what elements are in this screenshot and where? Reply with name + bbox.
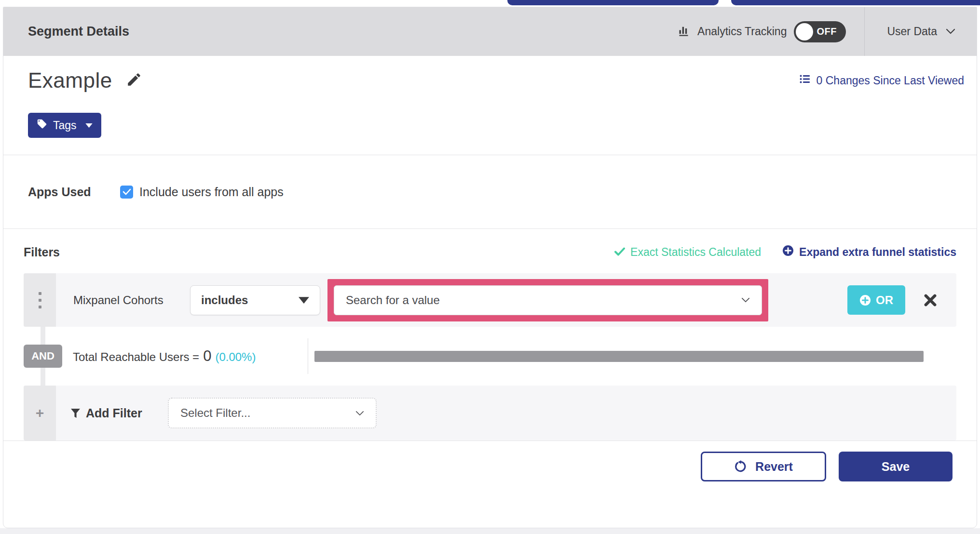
apps-used-section: Apps Used Include users from all apps bbox=[3, 155, 977, 228]
revert-button[interactable]: Revert bbox=[701, 452, 826, 481]
remove-filter-icon[interactable] bbox=[923, 293, 938, 308]
analytics-tracking-toggle[interactable]: OFF bbox=[794, 21, 846, 42]
drag-dot bbox=[39, 292, 41, 295]
changes-link-label: 0 Changes Since Last Viewed bbox=[817, 74, 964, 87]
segment-details-page: Segment Details Analytics Tracking OFF U… bbox=[0, 0, 980, 534]
page-title: Segment Details bbox=[28, 24, 129, 39]
filter-operator-select[interactable]: includes bbox=[190, 285, 320, 315]
circle-plus-icon bbox=[859, 294, 871, 306]
caret-down-icon bbox=[299, 297, 309, 304]
filters-status-links: Exact Statistics Calculated Expand extra… bbox=[614, 245, 956, 259]
and-conjunction-row: AND Total Reachable Users = 0 (0.00%) bbox=[24, 327, 956, 386]
vertical-divider bbox=[308, 338, 308, 374]
add-or-condition-button[interactable]: OR bbox=[847, 285, 905, 315]
expand-funnel-statistics-link[interactable]: Expand extra funnel statistics bbox=[782, 245, 956, 259]
expand-funnel-statistics-label: Expand extra funnel statistics bbox=[799, 246, 956, 259]
check-icon bbox=[614, 246, 625, 259]
reachable-users-text: Total Reachable Users = 0 (0.00%) bbox=[73, 347, 308, 365]
chevron-down-icon bbox=[741, 297, 750, 303]
save-button[interactable]: Save bbox=[839, 452, 953, 481]
edit-pencil-icon[interactable] bbox=[126, 71, 142, 90]
filter-field-name: Mixpanel Cohorts bbox=[73, 294, 190, 307]
analytics-tracking-control: Analytics Tracking OFF bbox=[677, 21, 864, 42]
apps-used-label: Apps Used bbox=[28, 185, 120, 199]
include-all-apps-label: Include users from all apps bbox=[139, 185, 284, 199]
top-button-fragment-left[interactable] bbox=[507, 0, 719, 5]
filters-heading: Filters bbox=[24, 245, 60, 259]
user-data-label: User Data bbox=[887, 25, 937, 38]
user-data-dropdown[interactable]: User Data bbox=[865, 25, 977, 38]
tag-icon bbox=[37, 119, 47, 132]
tags-button[interactable]: Tags bbox=[28, 113, 101, 138]
header-controls: Analytics Tracking OFF User Data bbox=[677, 7, 977, 56]
segment-name: Example bbox=[28, 68, 112, 93]
panel-header: Segment Details Analytics Tracking OFF U… bbox=[3, 7, 977, 56]
toggle-state-label: OFF bbox=[817, 26, 837, 37]
reachable-users-value: 0 bbox=[203, 347, 211, 365]
add-filter-label: Add Filter bbox=[86, 406, 142, 420]
add-filter-handle[interactable]: + bbox=[24, 386, 56, 441]
funnel-icon bbox=[70, 408, 81, 418]
exact-statistics-status: Exact Statistics Calculated bbox=[614, 246, 761, 259]
reachable-users-bar bbox=[314, 351, 924, 362]
plus-icon: + bbox=[36, 405, 44, 421]
caret-down-icon bbox=[85, 123, 93, 128]
filter-value-select[interactable]: Search for a value bbox=[334, 285, 762, 315]
filters-section: Filters Exact Statistics Calculated Expa… bbox=[3, 228, 977, 441]
chevron-down-icon bbox=[946, 27, 955, 36]
filter-row: Mixpanel Cohorts includes Search for a v… bbox=[24, 273, 956, 327]
select-filter-placeholder: Select Filter... bbox=[180, 406, 250, 420]
changes-since-last-viewed-link[interactable]: 0 Changes Since Last Viewed bbox=[799, 73, 964, 88]
reachable-users-row: Total Reachable Users = 0 (0.00%) bbox=[73, 327, 956, 386]
segment-details-panel: Segment Details Analytics Tracking OFF U… bbox=[3, 7, 977, 528]
filter-operator-value: includes bbox=[201, 294, 248, 307]
drag-handle[interactable] bbox=[24, 273, 56, 327]
filters-heading-row: Filters Exact Statistics Calculated Expa… bbox=[24, 243, 956, 261]
drag-dot bbox=[39, 299, 41, 302]
toggle-knob bbox=[796, 23, 813, 40]
top-button-fragment-right[interactable] bbox=[731, 0, 980, 5]
filter-value-highlight-box: Search for a value bbox=[327, 279, 768, 321]
add-filter-row: + Add Filter Select Filter... bbox=[24, 386, 956, 441]
chevron-down-icon bbox=[355, 411, 364, 416]
filter-value-placeholder: Search for a value bbox=[346, 294, 440, 307]
tags-button-label: Tags bbox=[53, 119, 77, 132]
or-button-label: OR bbox=[876, 294, 893, 307]
change-list-icon bbox=[799, 73, 811, 88]
reachable-users-label: Total Reachable Users = bbox=[73, 350, 199, 364]
drag-dot bbox=[39, 306, 41, 308]
segment-title-section: Example 0 Changes Since Last Viewed Tags bbox=[3, 56, 977, 155]
select-filter-dropdown[interactable]: Select Filter... bbox=[168, 398, 377, 428]
reachable-users-percent: (0.00%) bbox=[215, 350, 256, 364]
exact-statistics-label: Exact Statistics Calculated bbox=[630, 246, 761, 259]
and-badge: AND bbox=[24, 345, 62, 368]
circle-plus-icon bbox=[782, 245, 794, 259]
bar-chart-icon bbox=[677, 24, 690, 39]
action-footer: Revert Save bbox=[3, 441, 977, 528]
include-all-apps-checkbox[interactable] bbox=[120, 186, 133, 199]
revert-button-label: Revert bbox=[755, 460, 793, 474]
add-filter-label-group: Add Filter bbox=[70, 406, 157, 420]
analytics-tracking-label: Analytics Tracking bbox=[697, 25, 787, 38]
revert-arrow-icon bbox=[734, 460, 748, 473]
page-background-strip bbox=[0, 528, 980, 534]
